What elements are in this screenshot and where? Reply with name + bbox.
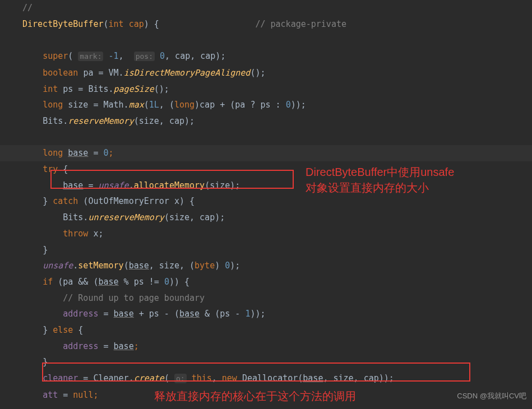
annotation-text-1: DirectByteBuffer中使用unsafe 对象设置直接内存的大小: [306, 164, 454, 196]
code-line: Bits.unreserveMemory(size, cap);: [22, 210, 532, 226]
code-line: DirectByteBuffer(int cap) { // package-p…: [22, 16, 532, 32]
code-line: throw x;: [22, 226, 532, 242]
code-line: base = unsafe.allocateMemory(size);: [22, 178, 532, 194]
code-line: } else {: [22, 322, 532, 338]
code-line: cleaner = Cleaner.create( o: this, new D…: [22, 370, 532, 387]
code-line: address = base + ps - (base & (ps - 1));: [22, 306, 532, 322]
code-line: if (pa && (base % ps != 0)) {: [22, 274, 532, 290]
watermark: CSDN @我就叫CV吧: [457, 388, 526, 405]
code-line: unsafe.setMemory(base, size, (byte) 0);: [22, 258, 532, 274]
code-line: //: [22, 0, 532, 16]
code-editor: // DirectByteBuffer(int cap) { // packag…: [0, 0, 532, 403]
code-line: Bits.reserveMemory(size, cap);: [22, 113, 532, 129]
code-line: super( mark: -1, pos: 0, cap, cap);: [22, 48, 532, 65]
code-line: int ps = Bits.pageSize();: [22, 81, 532, 97]
code-line: // Round up to page boundary: [22, 290, 532, 306]
code-line: boolean pa = VM.isDirectMemoryPageAligne…: [22, 65, 532, 81]
code-line: address = base;: [22, 338, 532, 355]
code-line: }: [22, 354, 532, 370]
code-line: [22, 129, 532, 146]
code-line: }: [22, 242, 532, 258]
code-line: [22, 32, 532, 48]
annotation-text-2: 释放直接内存的核心在于这个方法的调用: [154, 388, 356, 405]
code-line: try {: [22, 161, 532, 178]
code-line: } catch (OutOfMemoryError x) {: [22, 193, 532, 210]
code-line-highlighted: long base = 0;: [22, 145, 532, 161]
code-line: long size = Math.max(1L, (long)cap + (pa…: [22, 97, 532, 113]
